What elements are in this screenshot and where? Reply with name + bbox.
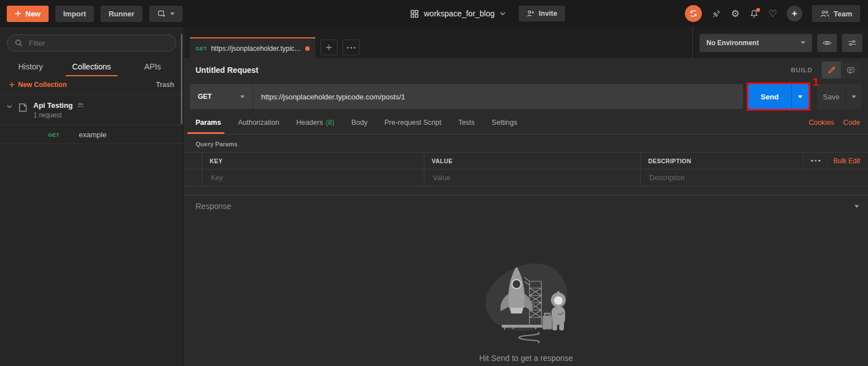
sidebar: History Collections APIs New Collection … xyxy=(0,27,184,366)
chevron-down-icon xyxy=(852,95,856,98)
topbar-right: ⚙ ♡ xyxy=(685,5,868,22)
method-selector[interactable]: GET xyxy=(190,84,253,109)
build-mode-label: BUILD xyxy=(791,67,813,73)
tab-headers[interactable]: Headers (8) xyxy=(296,111,335,134)
header-description-cell: DESCRIPTION xyxy=(641,152,804,169)
sync-icon xyxy=(689,9,698,18)
code-link[interactable]: Code xyxy=(843,119,860,127)
collection-meta: 1 request xyxy=(33,111,84,119)
add-tab-button[interactable] xyxy=(320,40,337,55)
response-collapse-button[interactable] xyxy=(854,205,859,208)
postman-app: New Import Runner xyxy=(0,0,868,366)
save-options-button[interactable] xyxy=(845,84,861,109)
url-input[interactable] xyxy=(253,84,743,109)
sync-button[interactable] xyxy=(685,5,702,22)
sidebar-request-example[interactable]: GET example xyxy=(0,125,183,144)
workspace-switcher[interactable]: workspace_for_blog Invite xyxy=(410,0,565,27)
table-header-row: KEY VALUE DESCRIPTION Bulk Edit xyxy=(184,152,868,169)
request-title-row: Untitled Request BUILD xyxy=(184,58,868,82)
param-value-input[interactable] xyxy=(432,173,633,182)
filter-input[interactable] xyxy=(28,38,168,48)
collection-item[interactable]: Api Testing 1 request xyxy=(0,95,183,125)
tab-body-label: Body xyxy=(351,119,368,127)
upgrade-button[interactable] xyxy=(787,6,802,21)
divider xyxy=(827,157,827,165)
mode-toggle-group xyxy=(822,62,860,79)
save-button[interactable]: Save xyxy=(817,84,845,109)
search-icon xyxy=(15,39,23,47)
sidebar-scrollbar[interactable] xyxy=(181,34,183,124)
heart-icon[interactable]: ♡ xyxy=(769,9,777,19)
invite-button[interactable]: Invite xyxy=(519,6,565,21)
unsaved-changes-dot xyxy=(305,46,310,51)
params-menu-icon[interactable] xyxy=(811,160,821,162)
send-options-button[interactable] xyxy=(791,84,809,109)
row-key-cell xyxy=(202,169,424,186)
notifications-button[interactable] xyxy=(749,9,759,19)
new-collection-button[interactable]: New Collection xyxy=(9,81,67,89)
tab-params[interactable]: Params xyxy=(196,111,221,134)
url-builder-row: GET Send 1 Save xyxy=(184,82,868,111)
request-method-badge: GET xyxy=(48,132,59,138)
tab-tests-label: Tests xyxy=(458,119,475,127)
tab-body[interactable]: Body xyxy=(351,111,368,134)
sidebar-tab-apis[interactable]: APIs xyxy=(122,57,183,76)
comments-button[interactable] xyxy=(841,62,860,79)
collection-name: Api Testing xyxy=(33,101,73,110)
edit-mode-button[interactable] xyxy=(822,62,841,79)
send-button-label: Send xyxy=(761,93,779,101)
chevron-down-icon xyxy=(240,95,245,98)
cookies-link[interactable]: Cookies xyxy=(809,119,834,127)
import-button[interactable]: Import xyxy=(55,6,94,22)
environment-area: No Environment xyxy=(692,27,868,58)
tab-options-button[interactable] xyxy=(342,40,359,55)
environment-selected: No Environment xyxy=(706,39,759,47)
trash-button[interactable]: Trash xyxy=(156,81,174,89)
open-request-tab[interactable]: GET https://jsonplaceholder.typicod... xyxy=(190,37,315,58)
new-button[interactable]: New xyxy=(7,6,49,22)
tab-pre-request-script[interactable]: Pre-request Script xyxy=(384,111,441,134)
chevron-expand-icon[interactable] xyxy=(7,104,12,108)
param-key-input[interactable] xyxy=(210,173,416,182)
pencil-icon xyxy=(827,66,836,75)
header-controls-cell: Bulk Edit xyxy=(804,152,868,169)
team-icon xyxy=(820,10,830,18)
more-options-icon xyxy=(347,47,355,49)
send-annotation-wrapper: Send 1 xyxy=(747,82,810,111)
response-header: Response xyxy=(184,195,868,211)
table-row xyxy=(184,169,868,186)
tab-settings[interactable]: Settings xyxy=(492,111,517,134)
settings-gear-icon[interactable]: ⚙ xyxy=(731,9,740,19)
team-button[interactable]: Team xyxy=(812,5,860,22)
tab-headers-label: Headers xyxy=(296,119,323,127)
sidebar-tabs: History Collections APIs xyxy=(0,57,183,76)
tab-tests[interactable]: Tests xyxy=(458,111,475,134)
environment-quick-look-button[interactable] xyxy=(817,34,837,52)
import-button-label: Import xyxy=(63,10,86,18)
request-title[interactable]: Untitled Request xyxy=(196,66,791,75)
environment-selector[interactable]: No Environment xyxy=(700,34,812,52)
sidebar-tab-history[interactable]: History xyxy=(0,57,61,76)
row-grip-cell[interactable] xyxy=(184,169,202,186)
new-window-button[interactable] xyxy=(149,6,183,22)
grid-icon xyxy=(410,10,419,18)
sidebar-tab-collections[interactable]: Collections xyxy=(61,57,122,76)
runner-button[interactable]: Runner xyxy=(101,6,142,22)
sliders-icon xyxy=(848,39,857,47)
tab-pre-request-script-label: Pre-request Script xyxy=(384,119,441,127)
response-title: Response xyxy=(196,202,854,211)
method-selected: GET xyxy=(198,93,212,101)
response-empty-state: Hit Send to get a response xyxy=(472,259,580,363)
collection-text: Api Testing 1 request xyxy=(33,101,84,119)
satellite-icon[interactable] xyxy=(711,8,722,19)
header-key-cell: KEY xyxy=(202,152,424,169)
send-button[interactable]: Send xyxy=(748,84,791,109)
chevron-down-icon xyxy=(801,41,805,44)
tab-authorization[interactable]: Authorization xyxy=(238,111,279,134)
param-description-input[interactable] xyxy=(648,173,861,182)
tab-title: https://jsonplaceholder.typicod... xyxy=(211,45,301,53)
environment-settings-button[interactable] xyxy=(842,34,862,52)
request-name: example xyxy=(79,130,106,139)
bulk-edit-link[interactable]: Bulk Edit xyxy=(834,157,860,165)
new-window-icon xyxy=(157,9,166,18)
